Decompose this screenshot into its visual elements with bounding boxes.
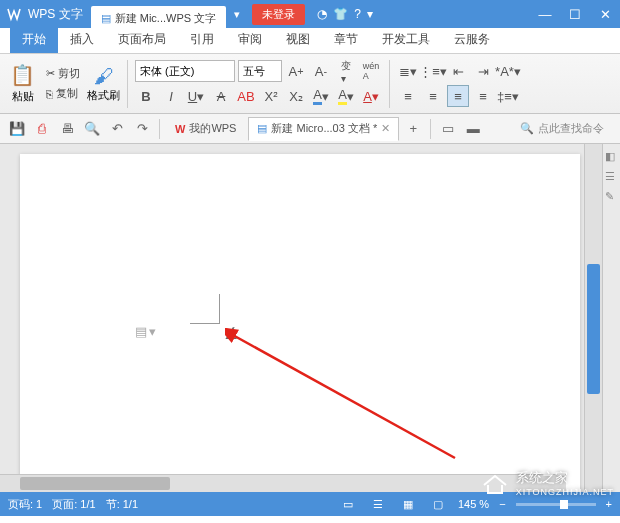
paste-icon: 📋 xyxy=(10,63,35,87)
font-name-select[interactable] xyxy=(135,60,235,82)
save-as-pdf-button[interactable]: ⎙ xyxy=(31,118,53,140)
indent-button[interactable]: ⇥ xyxy=(472,60,494,82)
title-extra-icons: ◔ 👕 ? ▾ xyxy=(309,7,381,21)
tab-devtools[interactable]: 开发工具 xyxy=(370,26,442,53)
font-size-select[interactable] xyxy=(238,60,282,82)
document-viewport[interactable]: ∠ ▤▾ xyxy=(0,144,584,492)
phonetic-button[interactable]: wénA xyxy=(360,60,382,82)
ribbon-tabs: 开始 插入 页面布局 引用 审阅 视图 章节 开发工具 云服务 xyxy=(0,28,620,54)
active-doc-tab[interactable]: ▤ 新建 Micro...03 文档 * ✕ xyxy=(248,117,399,141)
doc-switcher-button[interactable]: ▾ xyxy=(226,8,248,21)
title-doc-tab[interactable]: ▤ 新建 Mic...WPS 文字 xyxy=(91,6,226,28)
copy-button[interactable]: ⎘复制 xyxy=(43,85,83,102)
grow-font-button[interactable]: A+ xyxy=(285,60,307,82)
command-search[interactable]: 🔍 点此查找命令 xyxy=(520,121,614,136)
login-button[interactable]: 未登录 xyxy=(252,4,305,25)
view-web-button[interactable]: ▦ xyxy=(398,495,418,513)
font-color-button[interactable]: A▾ xyxy=(310,85,332,107)
tab-references[interactable]: 引用 xyxy=(178,26,226,53)
quick-access-bar: 💾 ⎙ 🖶 🔍 ↶ ↷ W 我的WPS ▤ 新建 Micro...03 文档 *… xyxy=(0,114,620,144)
shrink-font-button[interactable]: A- xyxy=(310,60,332,82)
margin-corner-mark xyxy=(190,294,220,324)
paste-button[interactable]: 📋 粘贴 xyxy=(6,61,39,106)
side-panel: ◧ ☰ ✎ xyxy=(602,144,620,492)
save-button[interactable]: 💾 xyxy=(6,118,28,140)
align-right-button[interactable]: ≡ xyxy=(447,85,469,107)
clear-format-button[interactable]: A▾ xyxy=(360,85,382,107)
view-reading-button[interactable]: ▢ xyxy=(428,495,448,513)
subscript-button[interactable]: X₂ xyxy=(285,85,307,107)
wps-logo-icon: W xyxy=(175,123,185,135)
align-center-button[interactable]: ≡ xyxy=(422,85,444,107)
h-scroll-thumb[interactable] xyxy=(20,477,170,490)
undo-button[interactable]: ↶ xyxy=(106,118,128,140)
tab-cloud[interactable]: 云服务 xyxy=(442,26,502,53)
vertical-scrollbar[interactable] xyxy=(584,144,602,492)
v-scroll-thumb[interactable] xyxy=(587,264,600,394)
outdent-button[interactable]: ⇤ xyxy=(447,60,469,82)
minimize-button[interactable]: — xyxy=(530,0,560,28)
help-icon[interactable]: ? xyxy=(354,7,361,21)
status-bar: 页码: 1 页面: 1/1 节: 1/1 ▭ ☰ ▦ ▢ 145 % − + xyxy=(0,492,620,516)
print-preview-button[interactable]: 🔍 xyxy=(81,118,103,140)
status-page-number[interactable]: 页码: 1 xyxy=(8,497,42,512)
superscript-button[interactable]: X² xyxy=(260,85,282,107)
view-print-layout-button[interactable]: ▭ xyxy=(338,495,358,513)
highlight-color-button[interactable]: A▾ xyxy=(335,85,357,107)
new-tab-button[interactable]: + xyxy=(402,118,424,140)
angle-character: ∠ xyxy=(224,324,238,343)
tab-section[interactable]: 章节 xyxy=(322,26,370,53)
align-left-button[interactable]: ≡ xyxy=(397,85,419,107)
zoom-value[interactable]: 145 % xyxy=(458,498,489,510)
ribbon-toolbar: 📋 粘贴 ✂剪切 ⎘复制 🖌 格式刷 A+ A- 变▾ wénA B I U▾ … xyxy=(0,54,620,114)
tab-home[interactable]: 开始 xyxy=(10,26,58,53)
format-painter-button[interactable]: 🖌 格式刷 xyxy=(87,65,120,103)
cut-button[interactable]: ✂剪切 xyxy=(43,65,83,82)
document-page[interactable]: ∠ ▤▾ xyxy=(20,154,580,492)
app-logo-icon xyxy=(0,6,28,22)
redo-button[interactable]: ↷ xyxy=(131,118,153,140)
doc-icon: ▤ xyxy=(101,12,111,25)
shirt-icon[interactable]: 👕 xyxy=(333,7,348,21)
text-highlight-button[interactable]: AB xyxy=(235,85,257,107)
italic-button[interactable]: I xyxy=(160,85,182,107)
close-tab-icon[interactable]: ✕ xyxy=(381,122,390,135)
menu-dropdown-icon[interactable]: ▾ xyxy=(367,7,373,21)
close-button[interactable]: ✕ xyxy=(590,0,620,28)
numbering-button[interactable]: ⋮≡▾ xyxy=(422,60,444,82)
view-outline-button[interactable]: ☰ xyxy=(368,495,388,513)
paste-options-icon: ▤ xyxy=(135,324,147,339)
sidepanel-style-icon[interactable]: ✎ xyxy=(605,190,619,204)
sidepanel-nav-icon[interactable]: ☰ xyxy=(605,170,619,184)
tab-insert[interactable]: 插入 xyxy=(58,26,106,53)
tab-view[interactable]: 视图 xyxy=(274,26,322,53)
strikethrough-button[interactable]: A xyxy=(210,85,232,107)
paste-options-button[interactable]: ▤▾ xyxy=(135,324,156,339)
tab-layout[interactable]: 页面布局 xyxy=(106,26,178,53)
change-case-button[interactable]: 变▾ xyxy=(335,60,357,82)
nav-pane-button[interactable]: ▭ xyxy=(437,118,459,140)
wps-home-tab[interactable]: W 我的WPS xyxy=(166,117,245,141)
maximize-button[interactable]: ☐ xyxy=(560,0,590,28)
tab-review[interactable]: 审阅 xyxy=(226,26,274,53)
status-page-of[interactable]: 页面: 1/1 xyxy=(52,497,95,512)
zoom-in-button[interactable]: + xyxy=(606,498,612,510)
sidepanel-collapse-icon[interactable]: ◧ xyxy=(605,150,619,164)
print-button[interactable]: 🖶 xyxy=(56,118,78,140)
char-shading-button[interactable]: *A*▾ xyxy=(497,60,519,82)
select-pane-button[interactable]: ▬ xyxy=(462,118,484,140)
bullets-button[interactable]: ≣▾ xyxy=(397,60,419,82)
underline-button[interactable]: U▾ xyxy=(185,85,207,107)
zoom-slider[interactable] xyxy=(516,503,596,506)
doc-icon: ▤ xyxy=(257,122,267,135)
status-section[interactable]: 节: 1/1 xyxy=(106,497,138,512)
brush-icon: 🖌 xyxy=(94,65,114,88)
copy-icon: ⎘ xyxy=(46,88,53,100)
bold-button[interactable]: B xyxy=(135,85,157,107)
zoom-out-button[interactable]: − xyxy=(499,498,505,510)
workspace: ∠ ▤▾ ◧ ☰ ✎ xyxy=(0,144,620,492)
horizontal-scrollbar[interactable] xyxy=(0,474,566,492)
line-spacing-button[interactable]: ‡≡▾ xyxy=(497,85,519,107)
align-justify-button[interactable]: ≡ xyxy=(472,85,494,107)
skin-icon[interactable]: ◔ xyxy=(317,7,327,21)
